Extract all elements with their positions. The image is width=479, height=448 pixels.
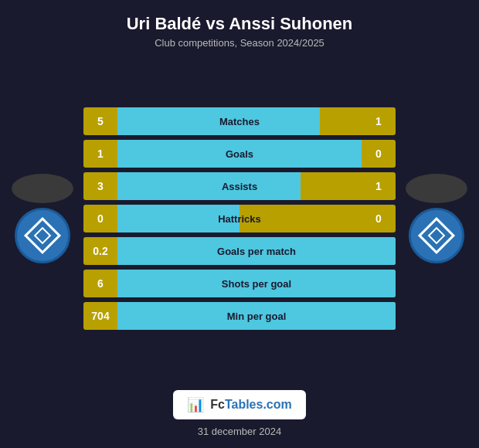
stat-row: 6Shots per goal bbox=[83, 270, 396, 297]
stat-right-value: 0 bbox=[362, 212, 396, 225]
stat-left-value: 6 bbox=[83, 277, 117, 290]
left-oval bbox=[12, 174, 73, 203]
stat-row: 5Matches1 bbox=[83, 107, 396, 135]
right-logo-circle bbox=[409, 208, 464, 263]
page-title: Uri Baldé vs Anssi Suhonen bbox=[127, 14, 353, 34]
stat-left-value: 704 bbox=[83, 310, 117, 322]
stat-bar-container: Hattricks bbox=[117, 205, 362, 232]
stat-row: 1Goals0 bbox=[83, 140, 396, 168]
stat-right-value: 0 bbox=[362, 148, 396, 160]
stat-label: Goals per match bbox=[117, 246, 396, 257]
stat-bar-container: Goals per match bbox=[117, 237, 396, 265]
watermark-icon: 📊 bbox=[187, 396, 204, 413]
left-diamond-icon bbox=[29, 222, 56, 249]
stat-row: 704Min per goal bbox=[83, 302, 396, 330]
stat-right-value: 1 bbox=[362, 180, 396, 192]
stat-left-value: 0 bbox=[83, 212, 117, 225]
left-logo-circle bbox=[15, 208, 70, 263]
footer-date: 31 december 2024 bbox=[198, 426, 281, 448]
stat-bar-container: Assists bbox=[117, 172, 362, 200]
stat-left-value: 5 bbox=[83, 115, 117, 127]
stat-bar-container: Min per goal bbox=[117, 302, 396, 330]
stat-bar-container: Shots per goal bbox=[117, 270, 396, 297]
stat-row: 0Hattricks0 bbox=[83, 205, 396, 232]
watermark: 📊 FcTables.com bbox=[173, 390, 306, 419]
stat-label: Min per goal bbox=[117, 311, 396, 322]
stats-section: 5Matches11Goals03Assists10Hattricks00.2G… bbox=[77, 107, 402, 330]
stat-label: Hattricks bbox=[117, 213, 362, 225]
stat-left-value: 0.2 bbox=[83, 245, 117, 257]
stat-right-value: 1 bbox=[362, 115, 396, 127]
team-logo-left bbox=[8, 174, 77, 263]
watermark-text: FcTables.com bbox=[210, 398, 292, 412]
stat-row: 0.2Goals per match bbox=[83, 237, 396, 265]
right-oval bbox=[406, 174, 467, 203]
right-diamond-icon bbox=[423, 222, 450, 249]
stat-left-value: 1 bbox=[83, 148, 117, 160]
header: Uri Baldé vs Anssi Suhonen Club competit… bbox=[111, 0, 369, 53]
stat-bar-container: Matches bbox=[117, 107, 362, 135]
stat-label: Goals bbox=[117, 148, 362, 160]
stat-label: Matches bbox=[117, 116, 362, 127]
team-logo-right bbox=[402, 174, 471, 263]
stat-row: 3Assists1 bbox=[83, 172, 396, 200]
stat-label: Assists bbox=[117, 181, 362, 192]
main-content: 5Matches11Goals03Assists10Hattricks00.2G… bbox=[0, 53, 479, 384]
stat-bar-container: Goals bbox=[117, 140, 362, 168]
stat-label: Shots per goal bbox=[117, 278, 396, 290]
subtitle: Club competitions, Season 2024/2025 bbox=[127, 37, 353, 49]
stat-left-value: 3 bbox=[83, 180, 117, 192]
